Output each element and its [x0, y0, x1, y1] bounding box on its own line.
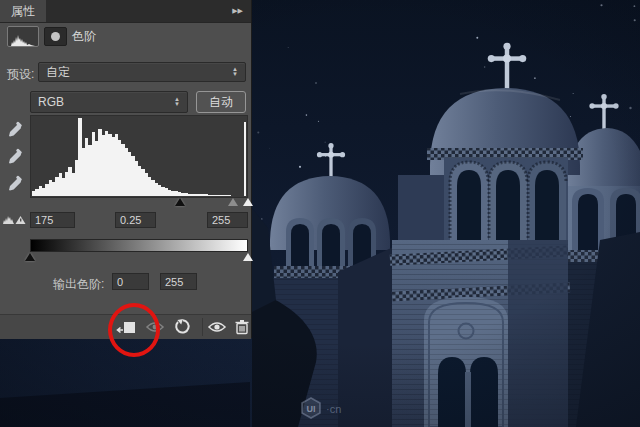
- delete-trash-icon[interactable]: [231, 318, 253, 336]
- chevron-up-down-icon: ▲▼: [174, 97, 180, 107]
- reset-adjustment-icon[interactable]: [172, 318, 194, 336]
- channel-value: RGB: [38, 95, 64, 109]
- levels-histogram[interactable]: [30, 115, 248, 198]
- channel-select[interactable]: RGB ▲▼: [30, 91, 188, 113]
- output-low-field[interactable]: [112, 273, 149, 290]
- panel-toolbar: [0, 314, 251, 339]
- chevron-up-down-icon: ▲▼: [232, 67, 238, 77]
- histogram-highlight-spike: [244, 122, 246, 196]
- screenshot-stage: UI ·cn 属性 ▶▶ 色阶 预设: 自定 ▲▼ RGB ▲▼ 自动: [0, 0, 640, 427]
- highlight-input-field[interactable]: [207, 212, 248, 228]
- midtone-input-slider[interactable]: [228, 198, 238, 206]
- clip-to-layer-icon[interactable]: [115, 318, 137, 336]
- panel-tab-bar: 属性 ▶▶: [0, 0, 251, 23]
- watermark-suffix-text: ·cn: [326, 403, 341, 415]
- output-levels-label: 输出色阶:: [53, 276, 104, 293]
- histogram-refresh-warning-icon[interactable]: [3, 209, 27, 229]
- preset-select[interactable]: 自定 ▲▼: [38, 62, 246, 82]
- view-previous-state-icon[interactable]: [144, 318, 166, 336]
- mini-histogram-icon: [11, 33, 35, 46]
- preset-value: 自定: [46, 64, 70, 81]
- auto-button[interactable]: 自动: [196, 91, 246, 113]
- adjustment-title: 色阶: [72, 28, 96, 45]
- watermark-logo-text: UI: [307, 404, 316, 414]
- gray-point-eyedropper-icon[interactable]: [7, 148, 24, 165]
- midtone-input-field[interactable]: [115, 212, 156, 228]
- properties-panel: 属性 ▶▶ 色阶 预设: 自定 ▲▼ RGB ▲▼ 自动: [0, 0, 251, 338]
- tab-properties[interactable]: 属性: [0, 0, 46, 22]
- toolbar-divider: [202, 318, 203, 336]
- input-sliders-track: [30, 198, 248, 208]
- preset-label: 预设:: [7, 66, 34, 83]
- output-gradient-bar: [30, 239, 248, 252]
- white-point-eyedropper-icon[interactable]: [7, 175, 24, 192]
- output-highlight-slider[interactable]: [243, 253, 253, 261]
- output-shadow-slider[interactable]: [25, 253, 35, 261]
- visibility-eye-icon[interactable]: [206, 318, 228, 336]
- tab-properties-label: 属性: [11, 4, 35, 18]
- shadow-input-field[interactable]: [30, 212, 75, 228]
- black-point-eyedropper-icon[interactable]: [7, 121, 24, 138]
- panel-header: 色阶: [0, 25, 251, 47]
- layer-mask-icon[interactable]: [44, 27, 67, 46]
- collapse-panel-icon[interactable]: ▶▶: [232, 0, 243, 22]
- output-sliders-track: [30, 253, 248, 263]
- levels-adjustment-icon[interactable]: [7, 26, 39, 47]
- highlight-input-slider[interactable]: [243, 198, 253, 206]
- output-high-field[interactable]: [160, 273, 197, 290]
- histogram-bars: [32, 118, 244, 196]
- shadow-input-slider[interactable]: [175, 198, 185, 206]
